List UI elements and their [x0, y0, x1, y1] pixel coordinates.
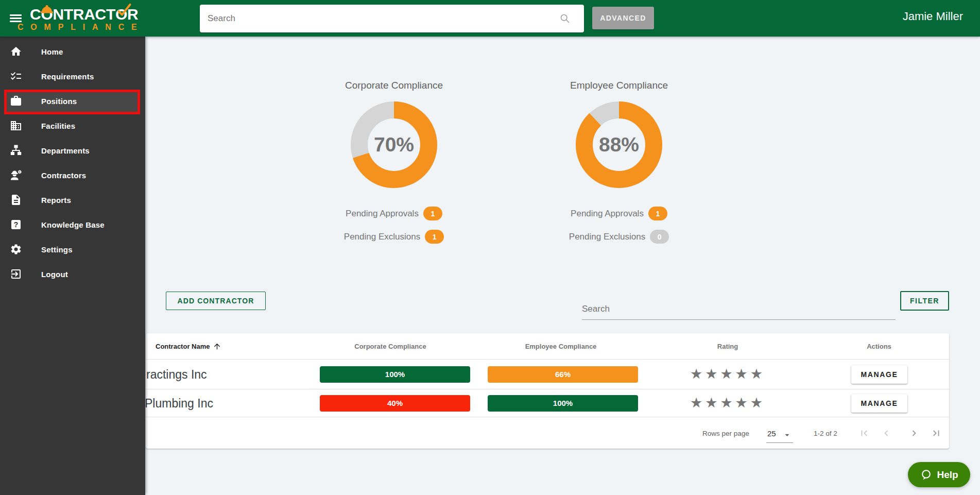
pending-exclusions-row: Pending Exclusions 1	[306, 230, 482, 244]
sidebar-item-label: Home	[41, 47, 63, 56]
logout-icon	[10, 268, 22, 280]
sidebar-item-reports[interactable]: Reports	[0, 187, 145, 212]
table-row: ractings Inc 100% 66% ★★★★★ MANAGE	[146, 360, 949, 389]
sidebar-item-facilities[interactable]: Facilities	[0, 113, 145, 138]
hard-hat-icon	[40, 5, 53, 13]
global-search-input[interactable]	[200, 13, 559, 24]
rows-per-page-value: 25	[767, 429, 776, 438]
contractor-name: Plumbing Inc	[146, 396, 213, 410]
global-search	[200, 5, 584, 32]
chat-bubble-icon	[920, 469, 932, 481]
sidebar-item-label: Logout	[41, 270, 68, 279]
briefcase-icon	[10, 95, 22, 107]
home-icon	[10, 45, 22, 58]
first-page-icon	[858, 428, 870, 439]
employee-compliance-bar: 66%	[488, 366, 638, 383]
building-icon	[10, 120, 22, 132]
sidebar-item-positions[interactable]: Positions	[0, 89, 145, 113]
gear-icon	[10, 243, 22, 255]
column-header-contractor-name[interactable]: Contractor Name	[156, 333, 221, 360]
chevron-right-icon	[908, 428, 920, 439]
last-page-button[interactable]	[930, 427, 942, 439]
previous-page-button[interactable]	[880, 427, 892, 439]
pending-approvals-row: Pending Approvals 1	[306, 207, 482, 220]
table-row: Plumbing Inc 40% 100% ★★★★★ MANAGE	[146, 389, 949, 417]
sidebar-item-settings[interactable]: Settings	[0, 237, 145, 262]
sidebar-item-label: Reports	[41, 196, 71, 204]
manage-button[interactable]: MANAGE	[851, 365, 907, 384]
checklist-icon	[10, 70, 22, 82]
employee-compliance-bar: 100%	[488, 395, 638, 412]
sidebar-item-logout[interactable]: Logout	[0, 262, 145, 286]
add-contractor-button[interactable]: ADD CONTRACTOR	[166, 292, 266, 310]
pending-exclusions-row: Pending Exclusions 0	[531, 230, 707, 244]
sidebar-item-label: Requirements	[41, 72, 94, 81]
pending-approvals-badge[interactable]: 1	[423, 207, 442, 220]
question-icon: ?	[10, 218, 22, 231]
pending-approvals-row: Pending Approvals 1	[531, 207, 707, 220]
corporate-compliance-bar: 40%	[320, 395, 470, 412]
column-header-rating[interactable]: Rating	[717, 333, 738, 360]
pending-exclusions-badge[interactable]: 0	[650, 230, 669, 244]
pending-exclusions-badge[interactable]: 1	[425, 230, 444, 244]
corporate-compliance-chart: Corporate Compliance 70% Pending Approva…	[306, 67, 482, 252]
app-logo: CONTRACTOR COMPLIANCE	[30, 7, 141, 33]
column-header-employee-compliance[interactable]: Employee Compliance	[525, 333, 597, 360]
employee-compliance-donut: 88%	[576, 101, 662, 188]
advanced-search-button[interactable]: ADVANCED	[592, 7, 654, 29]
rows-per-page-select[interactable]: 25	[766, 429, 793, 443]
pending-exclusions-label[interactable]: Pending Exclusions	[344, 232, 420, 242]
sidebar-item-departments[interactable]: Departments	[0, 138, 145, 163]
contractor-compliance-app: CONTRACTOR COMPLIANCE ADVANCED Jamie Mil…	[0, 0, 980, 495]
sidebar-item-label: Facilities	[41, 122, 75, 130]
sidebar-item-label: Contractors	[41, 171, 86, 180]
rating-stars[interactable]: ★★★★★	[690, 395, 765, 411]
sidebar-item-home[interactable]: Home	[0, 39, 145, 64]
donut-percent-label: 88%	[576, 101, 662, 188]
pending-approvals-label[interactable]: Pending Approvals	[571, 209, 644, 219]
pagination-range-label: 1-2 of 2	[814, 429, 837, 437]
chart-title: Employee Compliance	[531, 80, 707, 91]
column-header-actions[interactable]: Actions	[867, 333, 891, 360]
rows-per-page-label: Rows per page	[702, 429, 749, 437]
svg-text:?: ?	[14, 220, 19, 229]
contractors-table: Contractor Name Corporate Compliance Emp…	[146, 333, 949, 449]
corporate-compliance-donut: 70%	[351, 101, 437, 188]
sidebar-item-requirements[interactable]: Requirements	[0, 64, 145, 89]
sort-ascending-icon	[213, 342, 221, 351]
logo-line2: COMPLIANCE	[18, 23, 141, 31]
next-page-button[interactable]	[908, 427, 920, 439]
top-bar: CONTRACTOR COMPLIANCE ADVANCED Jamie Mil…	[0, 0, 980, 37]
sidebar-item-contractors[interactable]: Contractors	[0, 163, 145, 187]
corporate-compliance-bar: 100%	[320, 366, 470, 383]
user-menu[interactable]: Jamie Miller	[903, 10, 963, 23]
first-page-button[interactable]	[858, 427, 870, 439]
pending-approvals-badge[interactable]: 1	[648, 207, 667, 220]
sidebar-item-label: Positions	[41, 97, 77, 106]
table-pagination: Rows per page 25 1-2 of 2	[146, 417, 949, 449]
worker-icon	[10, 169, 22, 181]
chevron-left-icon	[881, 428, 892, 439]
chart-title: Corporate Compliance	[306, 80, 482, 91]
contractor-name: ractings Inc	[146, 367, 207, 381]
manage-button[interactable]: MANAGE	[851, 394, 907, 413]
org-chart-icon	[10, 144, 22, 157]
rating-stars[interactable]: ★★★★★	[690, 366, 765, 382]
employee-compliance-chart: Employee Compliance 88% Pending Approval…	[531, 67, 707, 252]
sidebar-nav: HomeRequirementsPositionsFacilitiesDepar…	[0, 37, 145, 495]
table-header-row: Contractor Name Corporate Compliance Emp…	[146, 333, 949, 360]
logo-line1: CONTRACTOR	[30, 7, 141, 22]
hamburger-menu-icon[interactable]	[10, 14, 22, 23]
filter-button[interactable]: FILTER	[900, 291, 949, 311]
document-icon	[10, 194, 22, 206]
donut-percent-label: 70%	[351, 101, 437, 188]
sidebar-item-label: Settings	[41, 245, 73, 254]
column-header-corporate-compliance[interactable]: Corporate Compliance	[354, 333, 426, 360]
sidebar-item-label: Departments	[41, 146, 90, 155]
table-search-input[interactable]	[582, 299, 896, 320]
sidebar-item-knowledge-base[interactable]: ?Knowledge Base	[0, 212, 145, 237]
help-button[interactable]: Help	[908, 462, 970, 487]
pending-approvals-label[interactable]: Pending Approvals	[346, 209, 419, 219]
search-icon[interactable]	[559, 13, 571, 24]
pending-exclusions-label[interactable]: Pending Exclusions	[569, 232, 645, 242]
